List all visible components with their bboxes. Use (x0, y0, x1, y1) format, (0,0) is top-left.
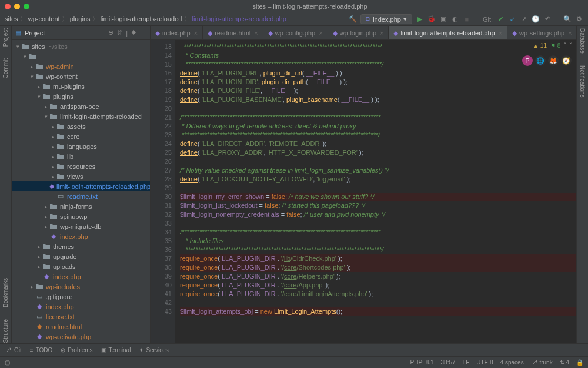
breadcrumb-item[interactable]: sites (5, 15, 18, 22)
close-icon[interactable]: × (319, 29, 322, 37)
tool-services[interactable]: ✦ Services (139, 347, 168, 353)
tool-structure[interactable]: Structure (2, 319, 9, 343)
tree-arrow[interactable]: ▸ (28, 284, 35, 290)
search-icon[interactable]: 🔍 (563, 15, 572, 24)
tree-item[interactable]: ▸themes (12, 241, 150, 251)
close-icon[interactable]: × (194, 29, 198, 37)
tree-arrow[interactable]: ▸ (49, 144, 56, 150)
tree-item[interactable]: ▸wp-admin (12, 61, 150, 71)
line-number[interactable]: 37 (151, 254, 172, 263)
code-line[interactable]: ****************************************… (180, 246, 576, 254)
tree-item[interactable]: ▸wp-migrate-db (12, 221, 150, 231)
line-number[interactable]: 14 (151, 51, 172, 60)
git-commit-icon[interactable]: ✔ (496, 15, 505, 24)
tool-todo[interactable]: ≡ TODO (30, 347, 53, 353)
tree-item[interactable]: ▸assets (12, 121, 150, 131)
line-number[interactable]: 23 (151, 131, 172, 140)
editor-tab[interactable]: ◆index.php× (151, 26, 203, 39)
status-position[interactable]: 38:57 (441, 359, 456, 366)
code-line[interactable]: require_once( LLA_PLUGIN_DIR . '/core/Li… (180, 290, 576, 299)
build-icon[interactable]: 🔨 (349, 15, 357, 24)
close-window[interactable] (5, 4, 11, 9)
settings-icon[interactable]: ⚙ (575, 15, 583, 24)
status-encoding[interactable]: UTF-8 (476, 359, 493, 366)
tree-item[interactable]: ▭readme.txt (12, 191, 150, 201)
line-number[interactable]: 36 (151, 246, 172, 254)
tree-item[interactable]: ▸languages (12, 141, 150, 151)
tree-item[interactable]: ▾sites~/sites (12, 41, 150, 51)
safari-icon[interactable]: 🧭 (561, 55, 572, 66)
tool-notifications[interactable]: Notifications (579, 65, 586, 97)
code-line[interactable]: * Include files (180, 237, 576, 246)
line-number[interactable]: 26 (151, 157, 172, 166)
tree-arrow[interactable]: ▸ (49, 154, 56, 160)
tree-item[interactable]: ◆index.php (12, 231, 150, 241)
git-rollback-icon[interactable]: ↶ (543, 15, 552, 24)
code-line[interactable]: define( 'LLA_PLUGIN_DIR', plugin_dir_pat… (180, 78, 576, 87)
gear-icon[interactable]: ✸ (131, 29, 136, 37)
status-branch[interactable]: ⎇ trunk (531, 359, 553, 366)
locate-icon[interactable]: ⊕ (108, 29, 113, 37)
tree-item[interactable]: ▸antispam-bee (12, 101, 150, 111)
tree-item[interactable]: ▸uploads (12, 261, 150, 271)
hide-icon[interactable]: — (140, 29, 146, 37)
line-number[interactable]: 22 (151, 122, 172, 131)
editor-tab[interactable]: ◆wp-config.php× (263, 26, 328, 39)
tree-item[interactable]: ▾ (12, 51, 150, 61)
tree-arrow[interactable]: ▸ (42, 104, 49, 110)
line-number[interactable]: 43 (151, 307, 172, 316)
line-number[interactable]: 27 (151, 166, 172, 175)
tree-item[interactable]: ▸upgrade (12, 251, 150, 261)
line-number[interactable]: 30 (151, 193, 172, 201)
line-number[interactable]: 32 (151, 210, 172, 219)
debug-icon[interactable]: 🐞 (427, 15, 436, 24)
tree-item[interactable]: ▸core (12, 131, 150, 141)
status-sync[interactable]: ⇅ 4 (560, 359, 569, 366)
code-line[interactable]: define( 'LLA_PLUGIN_FILE', __FILE__ ); (180, 87, 576, 95)
code-line[interactable]: require_once( LLA_PLUGIN_DIR . '/core/Sh… (180, 263, 576, 272)
code-line[interactable]: require_once( LLA_PLUGIN_DIR . '/core/He… (180, 272, 576, 281)
tree-item[interactable]: ▸views (12, 171, 150, 181)
git-update-icon[interactable]: ↙ (508, 15, 516, 24)
tree-item[interactable]: ▸lib (12, 151, 150, 161)
tree-arrow[interactable]: ▸ (28, 64, 35, 69)
code-line[interactable]: $limit_login_attempts_obj = new Limit_Lo… (180, 307, 576, 316)
line-number[interactable]: 29 (151, 184, 172, 193)
status-indent[interactable]: 4 spaces (500, 359, 524, 366)
code-area[interactable]: ****************************************… (175, 40, 576, 343)
chevron-up-icon[interactable]: ˆ (564, 42, 566, 49)
code-editor[interactable]: 1314151617181920212223242526272829303132… (151, 40, 576, 343)
breadcrumb-item[interactable]: wp-content (28, 15, 60, 22)
line-number[interactable]: 34 (151, 228, 172, 237)
line-number[interactable]: 20 (151, 104, 172, 113)
tree-arrow[interactable]: ▾ (42, 114, 49, 120)
tree-item[interactable]: ▾wp-content (12, 71, 150, 81)
line-number[interactable]: 19 (151, 95, 172, 104)
code-line[interactable] (180, 219, 576, 228)
code-line[interactable] (180, 104, 576, 113)
stop-icon[interactable]: ■ (463, 15, 471, 24)
code-line[interactable]: $limit_login_just_lockedout = false; /* … (180, 201, 576, 210)
code-line[interactable] (180, 299, 576, 307)
tool-database[interactable]: Database (579, 28, 586, 54)
tree-item[interactable]: ▾limit-login-attempts-reloaded (12, 111, 150, 121)
tree-item[interactable]: ▸ninja-forms (12, 201, 150, 211)
code-line[interactable]: * Different ways to get remote address: … (180, 122, 576, 131)
code-line[interactable]: ****************************************… (180, 42, 576, 51)
line-number[interactable]: 41 (151, 290, 172, 299)
code-line[interactable]: require_once( LLA_PLUGIN_DIR . '/lib/Cid… (180, 254, 576, 263)
tree-arrow[interactable]: ▸ (35, 264, 42, 270)
maximize-window[interactable] (24, 4, 29, 9)
tool-git[interactable]: ⎇ Git (5, 347, 22, 353)
tree-arrow[interactable]: ▸ (42, 224, 49, 230)
coverage-icon[interactable]: ▣ (439, 15, 447, 24)
phpstorm-icon[interactable]: P (522, 55, 533, 66)
code-line[interactable]: define( 'LLA_PLUGIN_BASENAME', plugin_ba… (180, 95, 576, 104)
tree-arrow[interactable]: ▸ (49, 164, 56, 170)
editor-tab[interactable]: ◆wp-settings.php× (507, 26, 576, 39)
editor-tab[interactable]: ◆readme.html× (203, 26, 263, 39)
tree-arrow[interactable]: ▾ (21, 54, 28, 59)
line-number[interactable]: 31 (151, 201, 172, 210)
run-config-selector[interactable]: ⧉ index.php ▾ (360, 14, 412, 24)
run-icon[interactable]: ▶ (416, 15, 424, 24)
